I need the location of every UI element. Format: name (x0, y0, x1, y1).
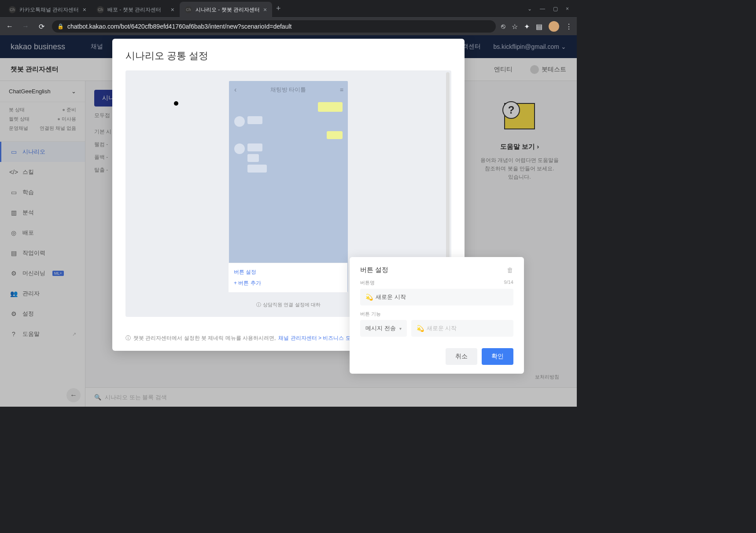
menu-icon[interactable]: ⋮ (565, 22, 572, 31)
trash-icon[interactable]: 🗑 (507, 266, 513, 274)
cancel-button[interactable]: 취소 (446, 348, 477, 365)
msg-bubble (247, 154, 259, 162)
browser-tab-1[interactable]: Ch 배포 - 챗봇 관리자센터 × (92, 2, 180, 18)
close-icon[interactable]: × (263, 6, 267, 13)
button-name-label: 버튼명 (360, 279, 375, 286)
button-settings-label: 버튼 설정 (234, 268, 342, 276)
cursor-dot (174, 101, 178, 106)
button-name-input[interactable]: 💫 새로운 시작 (360, 289, 513, 305)
msg-bubble (327, 131, 343, 139)
share-icon[interactable]: ⎋ (501, 22, 505, 30)
avatar-icon (234, 143, 245, 154)
browser-toolbar: ← → ⟳ 🔒 chatbot.kakao.com/bot/6420cfb89e… (0, 18, 577, 35)
button-settings-popover: 버튼 설정 🗑 버튼명 9/14 💫 새로운 시작 버튼 기능 메시지 전송 ▾… (350, 257, 524, 374)
chevron-down-icon[interactable]: ⌄ (527, 6, 532, 12)
window-controls: ⌄ — ▢ × (520, 6, 577, 12)
agent-help-link[interactable]: 상담직원 연결 설정에 대하 (256, 301, 320, 308)
emoji-icon: 💫 (365, 294, 373, 301)
close-icon[interactable]: × (171, 6, 174, 13)
reload-button[interactable]: ⟳ (36, 22, 47, 31)
button-target-input[interactable]: 💫 새로운 시작 (411, 320, 513, 337)
chat-body (229, 99, 348, 180)
phone-mockup: ‹ 채팅방 타이틀 ≡ (229, 81, 348, 292)
msg-bubble (247, 116, 262, 124)
new-tab-button[interactable]: + (272, 0, 284, 17)
browser-tabs: Ch 카카오톡채널 관리자센터 × Ch 배포 - 챗봇 관리자센터 × Ch … (0, 0, 520, 17)
address-bar[interactable]: 🔒 chatbot.kakao.com/bot/6420cfb89efd4176… (52, 20, 496, 33)
msg-bubble (318, 102, 343, 112)
profile-avatar[interactable] (549, 21, 559, 32)
chevron-down-icon: ▾ (399, 326, 402, 331)
popover-title: 버튼 설정 (360, 266, 388, 274)
tab-title: 카카오톡채널 관리자센터 (19, 6, 79, 14)
phone-header: ‹ 채팅방 타이틀 ≡ (229, 81, 348, 99)
star-icon[interactable]: ☆ (512, 22, 518, 31)
avatar-icon (234, 116, 245, 127)
browser-tab-2[interactable]: Ch 시나리오 - 챗봇 관리자센터 × (180, 2, 272, 18)
phone-title: 채팅방 타이틀 (236, 86, 340, 94)
extensions-icon[interactable]: ✦ (524, 22, 530, 31)
back-button[interactable]: ← (4, 22, 15, 30)
close-icon[interactable]: × (83, 6, 86, 13)
page-content: kakao business 채널 광고⌄ 서비스/도구⌄ 파트너 지원⌄ 알림… (0, 35, 577, 407)
favicon-icon: Ch (185, 6, 192, 13)
favicon-icon: Ch (9, 6, 16, 13)
side-panel-icon[interactable]: ▤ (536, 22, 542, 31)
add-button-link[interactable]: + 버튼 추가 (234, 279, 342, 287)
browser-tab-0[interactable]: Ch 카카오톡채널 관리자센터 × (4, 2, 92, 18)
lock-icon: 🔒 (57, 23, 64, 29)
tab-title: 시나리오 - 챗봇 관리자센터 (195, 6, 260, 14)
msg-bubble (247, 165, 267, 173)
url-text: chatbot.kakao.com/bot/6420cfb89efd41760a… (67, 23, 291, 30)
confirm-button[interactable]: 확인 (482, 348, 513, 365)
forward-button: → (20, 22, 31, 30)
button-func-label: 버튼 기능 (360, 311, 381, 317)
modal-title: 시나리오 공통 설정 (112, 39, 465, 70)
button-function-select[interactable]: 메시지 전송 ▾ (360, 320, 407, 337)
toolbar-right: ⎋ ☆ ✦ ▤ ⋮ (501, 21, 572, 32)
minimize-icon[interactable]: — (540, 6, 545, 12)
browser-titlebar: Ch 카카오톡채널 관리자센터 × Ch 배포 - 챗봇 관리자센터 × Ch … (0, 0, 577, 18)
button-settings-section: 버튼 설정 + 버튼 추가 (229, 263, 347, 292)
emoji-icon: 💫 (417, 325, 424, 332)
msg-bubble (247, 143, 262, 151)
hamburger-icon: ≡ (340, 86, 343, 93)
tab-title: 배포 - 챗봇 관리자센터 (107, 6, 161, 14)
channel-admin-link[interactable]: 채널 관리자센터 > 비즈니스 도구 (278, 335, 356, 342)
favicon-icon: Ch (97, 6, 104, 13)
maximize-icon[interactable]: ▢ (553, 6, 558, 12)
char-counter: 9/14 (504, 279, 513, 286)
close-window-icon[interactable]: × (566, 6, 569, 12)
